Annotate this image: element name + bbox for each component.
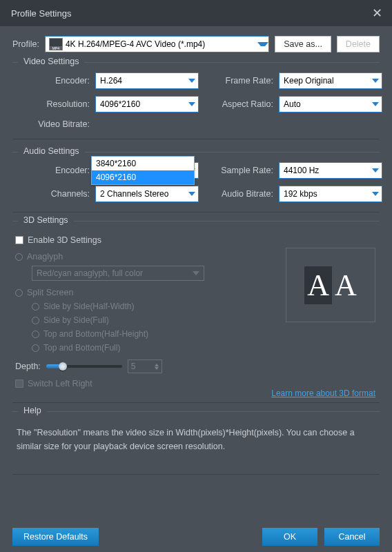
preview-a-icon: A: [304, 266, 332, 304]
window-title: Profile Settings: [11, 8, 71, 19]
frame-rate-select[interactable]: Keep Original: [279, 72, 382, 89]
enable-3d-label: Enable 3D Settings: [28, 235, 101, 245]
restore-defaults-button[interactable]: Restore Defaults: [12, 528, 99, 546]
ok-button[interactable]: OK: [262, 528, 317, 546]
channels-label: Channels:: [14, 189, 90, 199]
chevron-down-icon: [372, 102, 379, 106]
chevron-down-icon: [372, 168, 379, 172]
video-section-title: Video Settings: [18, 57, 84, 66]
depth-slider[interactable]: [46, 365, 122, 368]
profile-selected-text: 4K H.264/MPEG-4 AVC Video (*.mp4): [66, 39, 257, 49]
split-screen-label: Split Screen: [27, 288, 73, 297]
chevron-down-icon: [188, 192, 195, 196]
chevron-down-icon: [188, 102, 195, 106]
cancel-button[interactable]: Cancel: [324, 528, 380, 546]
close-icon[interactable]: ✕: [372, 6, 382, 21]
save-as-button[interactable]: Save as...: [275, 36, 331, 52]
delete-button[interactable]: Delete: [337, 36, 380, 52]
chevron-down-icon: [257, 42, 268, 46]
sample-rate-select[interactable]: 44100 Hz: [279, 162, 382, 179]
switch-lr-label: Switch Left Right: [28, 379, 92, 388]
anaglyph-select[interactable]: Red/cyan anaglyph, full color: [32, 266, 204, 281]
sample-rate-label: Sample Rate:: [204, 166, 273, 175]
switch-lr-checkbox[interactable]: [15, 379, 23, 388]
resolution-option-4096[interactable]: 4096*2160: [92, 170, 194, 184]
split-screen-radio[interactable]: [15, 289, 23, 297]
spinner-down-icon[interactable]: [155, 367, 159, 370]
tb-full-radio[interactable]: [32, 344, 39, 352]
aspect-ratio-label: Aspect Ratio:: [204, 99, 273, 109]
chevron-down-icon: [193, 271, 199, 275]
enable-3d-checkbox[interactable]: [15, 236, 23, 244]
threed-section-title: 3D Settings: [18, 215, 74, 225]
channels-select[interactable]: 2 Channels Stereo: [95, 186, 199, 202]
sbs-full-label: Side by Side(Full): [43, 315, 109, 325]
depth-label: Depth:: [15, 362, 41, 371]
resolution-dropdown[interactable]: 3840*2160 4096*2160: [91, 156, 195, 185]
resolution-option-3840[interactable]: 3840*2160: [92, 157, 194, 170]
tb-full-label: Top and Bottom(Full): [43, 343, 120, 353]
aspect-ratio-select[interactable]: Auto: [279, 96, 382, 112]
resolution-label: Resolution:: [14, 99, 90, 109]
video-encoder-select[interactable]: H.264: [95, 72, 199, 89]
tb-half-label: Top and Bottom(Half-Height): [43, 329, 148, 339]
chevron-down-icon: [372, 192, 379, 196]
anaglyph-radio[interactable]: [15, 253, 23, 261]
tb-half-radio[interactable]: [32, 331, 39, 338]
audio-section-title: Audio Settings: [18, 146, 85, 156]
preview-box: A A: [286, 248, 375, 322]
anaglyph-label: Anaglyph: [27, 252, 63, 262]
slider-thumb[interactable]: [59, 362, 67, 371]
spinner-up-icon[interactable]: [155, 364, 159, 366]
format-icon: [49, 38, 63, 50]
help-section-title: Help: [18, 406, 47, 415]
profile-label: Profile:: [12, 39, 39, 49]
depth-spinner[interactable]: 5: [128, 359, 162, 373]
learn-more-link[interactable]: Learn more about 3D format: [271, 388, 375, 398]
frame-rate-label: Frame Rate:: [204, 76, 273, 86]
audio-bitrate-label: Audio Bitrate:: [204, 189, 273, 199]
sbs-half-radio[interactable]: [32, 303, 39, 310]
preview-a2-icon: A: [335, 268, 357, 303]
video-encoder-label: Encoder:: [14, 76, 90, 86]
sbs-full-radio[interactable]: [32, 317, 39, 324]
chevron-down-icon: [372, 79, 379, 83]
sbs-half-label: Side by Side(Half-Width): [43, 302, 134, 311]
audio-bitrate-select[interactable]: 192 kbps: [279, 186, 382, 202]
titlebar: Profile Settings ✕: [0, 0, 392, 26]
chevron-down-icon: [188, 79, 195, 83]
resolution-select[interactable]: 4096*2160: [95, 96, 199, 112]
video-bitrate-label: Video Bitrate:: [14, 119, 90, 129]
profile-select[interactable]: 4K H.264/MPEG-4 AVC Video (*.mp4): [45, 36, 269, 52]
audio-encoder-label: Encoder:: [14, 166, 90, 175]
help-text: The "Resolution" means the video size in…: [12, 419, 380, 474]
